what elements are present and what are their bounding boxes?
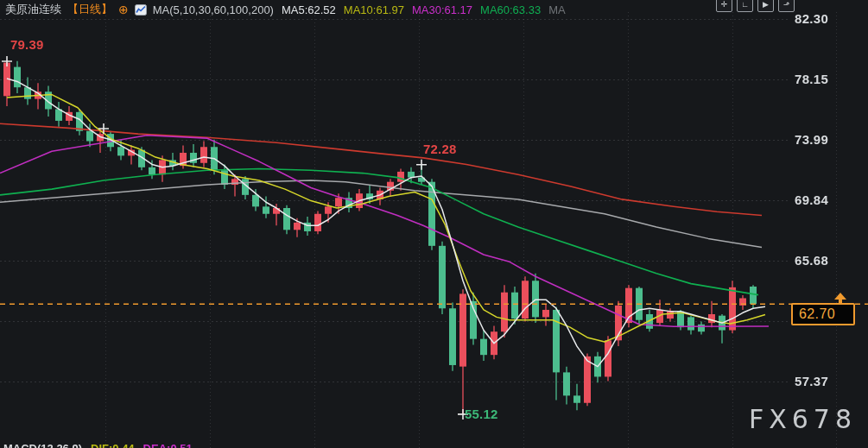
mini-chart-icon[interactable] — [135, 4, 147, 16]
legend-item: MA(5,10,30,60,100,200) — [153, 3, 274, 16]
add-indicator-icon[interactable]: ⊕ — [118, 4, 129, 16]
chart-toolbar: ✛ ∟ ▶ ⬏ — [716, 0, 795, 12]
indicator-legend: MA(5,10,30,60,100,200)MA5:62.52MA10:61.9… — [153, 3, 566, 16]
symbol-name: 美原油连续 — [5, 2, 61, 17]
current-price-tag: 62.70 — [791, 303, 855, 325]
watermark: FX678 — [749, 404, 857, 434]
period-label: 【日线】 — [67, 2, 112, 17]
pan-icon[interactable]: ✛ — [716, 0, 732, 12]
export-icon[interactable]: ⬏ — [778, 0, 795, 12]
legend-item: MA10:61.97 — [344, 3, 404, 16]
legend-item: MA60:63.33 — [480, 3, 541, 16]
legend-item: MA30:61.17 — [412, 3, 472, 16]
legend-item: MA — [548, 3, 566, 16]
candlestick-chart[interactable] — [0, 0, 868, 448]
corner-icon[interactable]: ∟ — [737, 0, 753, 12]
play-icon[interactable]: ▶ — [757, 0, 774, 12]
current-price-value: 62.70 — [799, 306, 835, 322]
price-up-arrow-stem — [839, 299, 842, 304]
bottom-indicator-row: MACD(12,26,9)DIF:0.44DEA:0.51 — [3, 442, 193, 448]
bottom-indicator-segment: DEA:0.51 — [143, 442, 193, 448]
legend-item: MA5:62.52 — [282, 3, 336, 16]
bottom-indicator-segment: DIF:0.44 — [91, 442, 135, 448]
chart-header: 美原油连续【日线】 ⊕ MA(5,10,30,60,100,200)MA5:62… — [5, 2, 566, 17]
bottom-indicator-segment: MACD(12,26,9) — [3, 442, 82, 448]
chart-window: 美原油连续【日线】 ⊕ MA(5,10,30,60,100,200)MA5:62… — [0, 0, 868, 448]
